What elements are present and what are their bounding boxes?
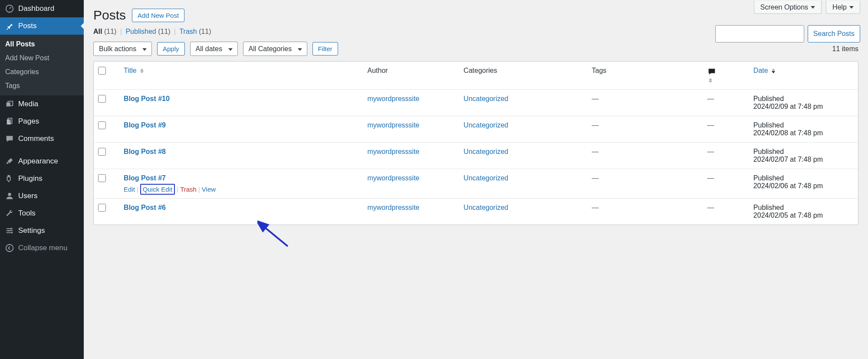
svg-point-8 xyxy=(11,232,13,234)
sidebar-item-label: Tools xyxy=(18,209,36,218)
post-comments-count: — xyxy=(707,204,714,211)
page-title: Posts xyxy=(93,8,126,23)
post-author-link[interactable]: mywordpresssite xyxy=(367,148,419,155)
sidebar-item-users[interactable]: Users xyxy=(0,187,84,205)
sidebar-item-label: Media xyxy=(18,100,38,108)
svg-point-2 xyxy=(11,102,12,104)
sidebar-item-posts[interactable]: Posts xyxy=(0,17,84,35)
filter-trash[interactable]: Trash xyxy=(179,28,197,35)
screen-options-label: Screen Options xyxy=(760,3,808,11)
help-label: Help xyxy=(832,3,847,11)
table-row: Blog Post #6mywordpresssiteUncategorized… xyxy=(94,199,858,225)
post-title-link[interactable]: Blog Post #9 xyxy=(124,121,166,129)
row-action-trash[interactable]: Trash xyxy=(180,186,197,193)
filter-published[interactable]: Published xyxy=(125,28,156,35)
table-row: Blog Post #10mywordpresssiteUncategorize… xyxy=(94,90,858,116)
table-row: Blog Post #9mywordpresssiteUncategorized… xyxy=(94,116,858,143)
date-filter-select[interactable]: All dates xyxy=(190,42,238,56)
sidebar-item-appearance[interactable]: Appearance xyxy=(0,153,84,170)
select-all-checkbox[interactable] xyxy=(98,67,106,75)
table-row: Blog Post #7Edit|Quick Edit|Trash|Viewmy… xyxy=(94,169,858,199)
sidebar-item-label: Collapse menu xyxy=(18,244,67,252)
help-toggle[interactable]: Help xyxy=(826,1,860,14)
filter-all[interactable]: All xyxy=(93,28,104,35)
post-author-link[interactable]: mywordpresssite xyxy=(367,174,419,182)
svg-rect-1 xyxy=(7,102,10,106)
sidebar-item-label: Appearance xyxy=(18,157,58,166)
row-action-view[interactable]: View xyxy=(202,186,216,193)
row-action-quick-edit[interactable]: Quick Edit xyxy=(140,184,175,195)
chevron-down-icon xyxy=(849,6,854,9)
media-icon xyxy=(4,99,15,109)
plug-icon xyxy=(4,173,15,184)
post-tags: — xyxy=(592,95,599,102)
post-title-link[interactable]: Blog Post #7 xyxy=(124,174,166,182)
sidebar-item-dashboard[interactable]: Dashboard xyxy=(0,0,84,17)
apply-bulk-button[interactable]: Apply xyxy=(157,42,185,55)
post-title-link[interactable]: Blog Post #6 xyxy=(124,204,166,211)
post-category-link[interactable]: Uncategorized xyxy=(464,121,508,129)
column-comments[interactable] xyxy=(703,62,749,90)
chevron-down-icon xyxy=(811,6,815,9)
sidebar-item-tools[interactable]: Tools xyxy=(0,205,84,222)
sidebar-item-label: Pages xyxy=(18,117,39,126)
submenu-item-categories[interactable]: Categories xyxy=(0,65,84,79)
submenu-item-tags[interactable]: Tags xyxy=(0,79,84,93)
category-filter-select[interactable]: All Categories xyxy=(243,42,307,56)
post-author-link[interactable]: mywordpresssite xyxy=(367,95,419,102)
post-title-link[interactable]: Blog Post #8 xyxy=(124,148,166,155)
filter-trash-count: (11) xyxy=(199,28,211,35)
row-select-checkbox[interactable] xyxy=(98,174,106,182)
post-author-link[interactable]: mywordpresssite xyxy=(367,121,419,129)
post-comments-count: — xyxy=(707,121,714,129)
brush-icon xyxy=(4,156,15,166)
screen-options-toggle[interactable]: Screen Options xyxy=(754,1,822,14)
add-new-post-button[interactable]: Add New Post xyxy=(132,9,184,22)
svg-rect-3 xyxy=(7,119,11,124)
sidebar-item-label: Settings xyxy=(18,226,45,235)
post-category-link[interactable]: Uncategorized xyxy=(464,174,508,182)
post-tags: — xyxy=(592,121,599,129)
sidebar-item-label: Posts xyxy=(18,22,37,30)
post-category-link[interactable]: Uncategorized xyxy=(464,148,508,155)
row-actions: Edit|Quick Edit|Trash|View xyxy=(124,186,358,193)
bulk-actions-select[interactable]: Bulk actions xyxy=(93,42,152,56)
post-comments-count: — xyxy=(707,95,714,102)
post-tags: — xyxy=(592,204,599,211)
svg-line-10 xyxy=(263,226,288,246)
row-select-checkbox[interactable] xyxy=(98,148,106,156)
row-action-edit[interactable]: Edit xyxy=(124,186,135,193)
sidebar-item-collapse[interactable]: Collapse menu xyxy=(0,239,84,257)
svg-point-6 xyxy=(10,228,12,230)
submenu-item-add-new-post[interactable]: Add New Post xyxy=(0,51,84,65)
sort-arrows-icon xyxy=(772,69,775,73)
post-comments-count: — xyxy=(707,148,714,155)
main-content: Screen Options Help Posts Add New Post A… xyxy=(84,0,868,359)
pages-icon xyxy=(4,116,15,127)
post-category-link[interactable]: Uncategorized xyxy=(464,95,508,102)
submenu-item-all-posts[interactable]: All Posts xyxy=(0,37,84,51)
sidebar-item-plugins[interactable]: Plugins xyxy=(0,170,84,187)
search-posts-button[interactable]: Search Posts xyxy=(808,25,860,42)
sidebar-item-settings[interactable]: Settings xyxy=(0,222,84,239)
post-title-link[interactable]: Blog Post #10 xyxy=(124,95,170,102)
row-select-checkbox[interactable] xyxy=(98,204,106,212)
screen-meta-links: Screen Options Help xyxy=(754,1,860,14)
filter-button[interactable]: Filter xyxy=(312,42,338,55)
sidebar-item-pages[interactable]: Pages xyxy=(0,113,84,130)
row-select-checkbox[interactable] xyxy=(98,121,106,129)
post-author-link[interactable]: mywordpresssite xyxy=(367,204,419,211)
row-select-checkbox[interactable] xyxy=(98,95,106,103)
column-title-sort[interactable]: Title xyxy=(124,67,144,74)
post-date: Published2024/02/05 at 7:48 pm xyxy=(749,199,858,225)
collapse-icon xyxy=(4,243,15,253)
column-date-sort[interactable]: Date xyxy=(753,67,775,74)
search-posts-input[interactable] xyxy=(715,25,804,42)
sidebar-item-label: Dashboard xyxy=(18,4,54,13)
post-category-link[interactable]: Uncategorized xyxy=(464,204,508,211)
sidebar-item-comments[interactable]: Comments xyxy=(0,130,84,147)
sidebar-item-media[interactable]: Media xyxy=(0,95,84,113)
sidebar-item-label: Comments xyxy=(18,134,54,143)
sidebar-item-label: Users xyxy=(18,192,37,200)
sort-arrows-icon xyxy=(140,69,144,73)
